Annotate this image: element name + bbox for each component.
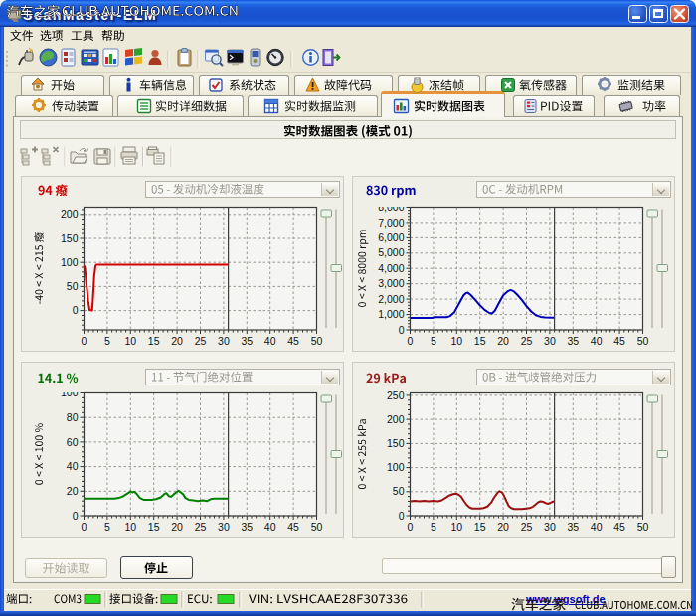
svg-text:25: 25 — [195, 521, 207, 533]
svg-text:5: 5 — [431, 521, 436, 533]
svg-text:250: 250 — [387, 389, 405, 401]
svg-text:45: 45 — [613, 335, 625, 347]
svg-text:45: 45 — [287, 521, 299, 533]
svg-text:5: 5 — [431, 335, 436, 347]
svg-text:200: 200 — [387, 413, 405, 425]
svg-text:5: 5 — [104, 335, 110, 347]
svg-text:40: 40 — [591, 335, 603, 347]
svg-text:20: 20 — [497, 335, 509, 347]
svg-text:35: 35 — [567, 521, 579, 533]
svg-text:5: 5 — [104, 521, 110, 533]
svg-text:20: 20 — [497, 521, 509, 533]
svg-text:200: 200 — [61, 208, 79, 220]
svg-text:15: 15 — [474, 335, 486, 347]
svg-text:50: 50 — [637, 335, 649, 347]
svg-text:0: 0 — [408, 521, 414, 533]
svg-text:30: 30 — [218, 521, 230, 533]
svg-text:5,000: 5,000 — [378, 246, 404, 258]
svg-text:15: 15 — [148, 521, 160, 533]
svg-text:25: 25 — [195, 335, 207, 347]
svg-text:80: 80 — [67, 411, 79, 423]
svg-text:45: 45 — [287, 335, 299, 347]
svg-text:40: 40 — [67, 460, 79, 472]
svg-text:0: 0 — [82, 335, 87, 347]
svg-text:30: 30 — [544, 521, 556, 533]
svg-text:40: 40 — [264, 335, 276, 347]
svg-text:0: 0 — [73, 304, 79, 316]
svg-text:2,000: 2,000 — [378, 293, 404, 305]
svg-text:1,000: 1,000 — [378, 308, 404, 320]
svg-text:15: 15 — [474, 521, 486, 533]
svg-text:3,000: 3,000 — [378, 277, 404, 289]
svg-text:40: 40 — [264, 521, 276, 533]
svg-text:10: 10 — [450, 335, 462, 347]
svg-text:40: 40 — [591, 521, 603, 533]
svg-text:35: 35 — [567, 335, 579, 347]
svg-text:7,000: 7,000 — [378, 217, 404, 229]
svg-text:15: 15 — [148, 335, 160, 347]
svg-text:100: 100 — [61, 386, 79, 398]
svg-text:25: 25 — [521, 335, 533, 347]
svg-text:35: 35 — [241, 335, 253, 347]
svg-text:35: 35 — [241, 521, 253, 533]
svg-text:100: 100 — [387, 461, 405, 473]
svg-text:50: 50 — [311, 521, 323, 533]
svg-text:30: 30 — [544, 335, 556, 347]
svg-text:6,000: 6,000 — [378, 231, 404, 243]
svg-text:100: 100 — [61, 256, 79, 268]
svg-text:10: 10 — [450, 521, 462, 533]
svg-text:4,000: 4,000 — [378, 262, 404, 274]
svg-text:150: 150 — [61, 232, 79, 244]
svg-text:45: 45 — [613, 521, 625, 533]
svg-text:25: 25 — [521, 521, 533, 533]
svg-text:150: 150 — [387, 437, 405, 449]
svg-text:30: 30 — [218, 335, 230, 347]
svg-text:20: 20 — [171, 335, 183, 347]
svg-text:10: 10 — [124, 335, 136, 347]
svg-text:0: 0 — [399, 324, 405, 336]
svg-text:0: 0 — [73, 510, 79, 522]
svg-text:0: 0 — [408, 335, 414, 347]
svg-text:0: 0 — [82, 521, 87, 533]
svg-text:50: 50 — [311, 335, 323, 347]
svg-text:50: 50 — [67, 280, 79, 292]
svg-text:8,000: 8,000 — [378, 201, 404, 213]
svg-text:50: 50 — [393, 485, 405, 497]
svg-text:0: 0 — [399, 510, 405, 522]
svg-text:60: 60 — [67, 436, 79, 448]
svg-text:10: 10 — [124, 521, 136, 533]
svg-text:20: 20 — [67, 485, 79, 497]
svg-text:50: 50 — [637, 521, 649, 533]
svg-text:20: 20 — [171, 521, 183, 533]
